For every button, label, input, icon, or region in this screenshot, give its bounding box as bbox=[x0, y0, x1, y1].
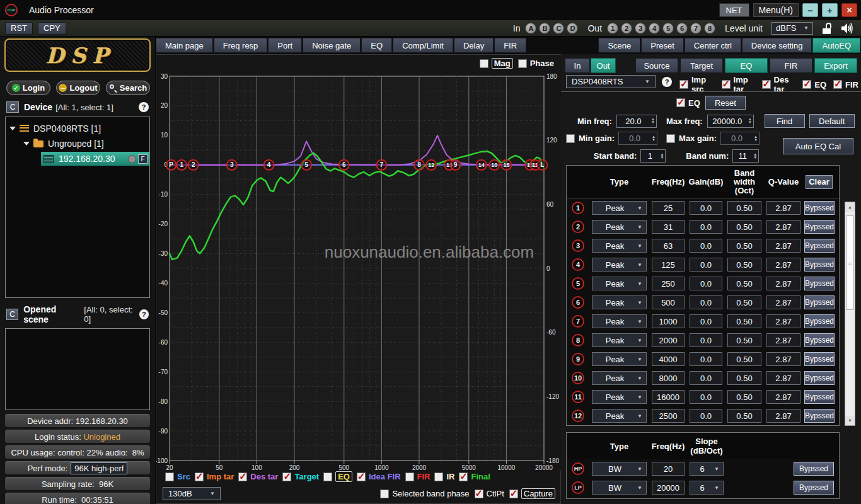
in-channel-D[interactable]: D bbox=[567, 23, 578, 34]
band-table-scrollbar[interactable]: ▲ ▼ bbox=[845, 202, 855, 426]
band-freq-input[interactable]: 8000 bbox=[652, 371, 685, 385]
out-channel-4[interactable]: 4 bbox=[649, 23, 660, 34]
band-bypass-button[interactable]: Bypssed bbox=[804, 220, 835, 234]
band-type-select[interactable]: Peak▼ bbox=[592, 314, 647, 328]
range-select[interactable]: 130dB▼ bbox=[163, 487, 221, 500]
action-tab-eq[interactable]: EQ bbox=[725, 58, 768, 73]
perf-mode-value[interactable]: 96K high-perf bbox=[71, 462, 127, 474]
capture-toggle[interactable]: ✓Capture bbox=[509, 488, 555, 499]
band-q-input[interactable]: 2.87 bbox=[766, 409, 800, 423]
tab-scene[interactable]: Scene bbox=[598, 38, 640, 53]
speaker-icon[interactable] bbox=[841, 22, 855, 35]
filter-slope-select[interactable]: 6▼ bbox=[690, 481, 724, 495]
minimize-button[interactable]: − bbox=[802, 3, 818, 17]
scene-c-button[interactable]: C bbox=[6, 309, 18, 320]
filter-type-select[interactable]: BW▼ bbox=[592, 462, 647, 476]
tab-noise-gate[interactable]: Noise gate bbox=[303, 38, 361, 53]
max-freq-input[interactable]: 20000.0▲▼ bbox=[707, 115, 754, 128]
phase-toggle[interactable]: Phase bbox=[518, 59, 554, 68]
band-type-select[interactable]: Peak▼ bbox=[592, 295, 647, 309]
tab-main-page[interactable]: Main page bbox=[156, 38, 213, 53]
legend-checkbox[interactable] bbox=[165, 472, 174, 481]
band-q-input[interactable]: 2.87 bbox=[766, 314, 800, 328]
band-type-select[interactable]: Peak▼ bbox=[592, 409, 647, 423]
out-channel-2[interactable]: 2 bbox=[621, 23, 632, 34]
band-type-select[interactable]: Peak▼ bbox=[592, 239, 647, 253]
band-type-select[interactable]: Peak▼ bbox=[592, 201, 647, 215]
band-bypass-button[interactable]: Bypssed bbox=[804, 277, 835, 290]
tab-fir[interactable]: FIR bbox=[494, 38, 526, 53]
band-bw-input[interactable]: 0.50 bbox=[727, 239, 761, 253]
device-c-button[interactable]: C bbox=[6, 101, 19, 113]
band-bypass-button[interactable]: Bypssed bbox=[804, 239, 835, 253]
band-q-input[interactable]: 2.87 bbox=[766, 333, 800, 347]
band-bw-input[interactable]: 0.50 bbox=[727, 371, 761, 385]
out-channel-1[interactable]: 1 bbox=[607, 23, 618, 34]
phase-checkbox[interactable] bbox=[518, 59, 527, 68]
band-gain-input[interactable]: 0.0 bbox=[690, 220, 722, 234]
login-button[interactable]: ✓Login bbox=[6, 81, 50, 95]
tab-comp-limit[interactable]: Comp/Limit bbox=[393, 38, 453, 53]
band-type-select[interactable]: Peak▼ bbox=[592, 277, 647, 290]
band-q-input[interactable]: 2.87 bbox=[766, 295, 800, 309]
device-select[interactable]: DSP0408RTS▼ bbox=[566, 75, 656, 88]
legend-checkbox[interactable]: ✓ bbox=[357, 472, 366, 481]
band-bypass-button[interactable]: Bypssed bbox=[804, 201, 835, 215]
cpy-button[interactable]: CPY bbox=[38, 22, 66, 35]
legend-checkbox[interactable] bbox=[434, 472, 443, 481]
selected-band-phase-checkbox[interactable] bbox=[380, 490, 389, 498]
io-tab-in[interactable]: In bbox=[565, 58, 590, 73]
selected-band-phase-toggle[interactable]: Selected band phase bbox=[380, 489, 469, 498]
band-gain-input[interactable]: 0.0 bbox=[690, 201, 722, 215]
spinner-icon[interactable]: ▲▼ bbox=[650, 118, 656, 124]
band-bw-input[interactable]: 0.50 bbox=[727, 258, 761, 272]
band-bypass-button[interactable]: Bypssed bbox=[804, 258, 835, 272]
tab-center-ctrl[interactable]: Center ctrl bbox=[685, 38, 741, 53]
spinner-icon[interactable]: ▲▼ bbox=[752, 153, 758, 159]
in-channel-A[interactable]: A bbox=[525, 23, 536, 34]
legend-imp-tar[interactable]: ✓Imp tar bbox=[195, 472, 234, 481]
device-f-badge[interactable]: F bbox=[138, 154, 147, 164]
band-gain-input[interactable]: 0.0 bbox=[690, 333, 722, 347]
band-bw-input[interactable]: 0.50 bbox=[727, 220, 761, 234]
band-bw-input[interactable]: 0.50 bbox=[727, 295, 761, 309]
des-tar-checkbox[interactable]: ✓ bbox=[762, 80, 771, 89]
band-type-select[interactable]: Peak▼ bbox=[592, 333, 647, 347]
band-q-input[interactable]: 2.87 bbox=[766, 258, 800, 272]
tab-eq[interactable]: EQ bbox=[361, 38, 392, 53]
band-bypass-button[interactable]: Bypssed bbox=[804, 409, 835, 423]
spinner-icon[interactable]: ▲▼ bbox=[650, 135, 657, 142]
action-tab-target[interactable]: Target bbox=[680, 58, 723, 73]
band-gain-input[interactable]: 0.0 bbox=[690, 409, 722, 423]
spinner-icon[interactable]: ▲▼ bbox=[747, 118, 753, 124]
scrollbar-thumb[interactable] bbox=[846, 215, 854, 310]
band-bypass-button[interactable]: Bypssed bbox=[804, 314, 835, 328]
band-freq-input[interactable]: 25 bbox=[652, 201, 685, 215]
min-freq-input[interactable]: 20.0▲▼ bbox=[616, 115, 657, 128]
tab-autoeq[interactable]: AutoEQ bbox=[812, 38, 860, 53]
io-tab-out[interactable]: Out bbox=[591, 58, 616, 73]
band-gain-input[interactable]: 0.0 bbox=[690, 352, 722, 366]
spinner-icon[interactable]: ▲▼ bbox=[753, 135, 759, 142]
legend-checkbox[interactable]: ✓ bbox=[195, 472, 204, 481]
max-gain-checkbox[interactable] bbox=[666, 134, 675, 143]
filter-type-select[interactable]: BW▼ bbox=[592, 481, 647, 495]
menu-button[interactable]: Menu(H) bbox=[753, 3, 799, 17]
band-q-input[interactable]: 2.87 bbox=[766, 201, 800, 215]
legend-idea-fir[interactable]: ✓Idea FIR bbox=[357, 472, 401, 481]
min-gain-input[interactable]: 0.0▲▼ bbox=[618, 132, 657, 145]
level-unit-select[interactable]: dBFS▼ bbox=[771, 22, 813, 35]
band-freq-input[interactable]: 16000 bbox=[652, 390, 685, 404]
out-channel-3[interactable]: 3 bbox=[635, 23, 646, 34]
in-channel-B[interactable]: B bbox=[539, 23, 550, 34]
max-gain-input[interactable]: 0.0▲▼ bbox=[720, 132, 760, 145]
action-tab-export[interactable]: Export bbox=[814, 58, 857, 73]
band-num-input[interactable]: 11▲▼ bbox=[732, 149, 759, 163]
band-gain-input[interactable]: 0.0 bbox=[690, 239, 722, 253]
band-q-input[interactable]: 2.87 bbox=[766, 352, 800, 366]
maximize-button[interactable]: + bbox=[822, 3, 838, 17]
band-gain-input[interactable]: 0.0 bbox=[690, 295, 722, 309]
band-q-input[interactable]: 2.87 bbox=[766, 277, 800, 290]
legend-target[interactable]: ✓Target bbox=[282, 472, 319, 481]
legend-checkbox[interactable]: ✓ bbox=[282, 472, 291, 481]
